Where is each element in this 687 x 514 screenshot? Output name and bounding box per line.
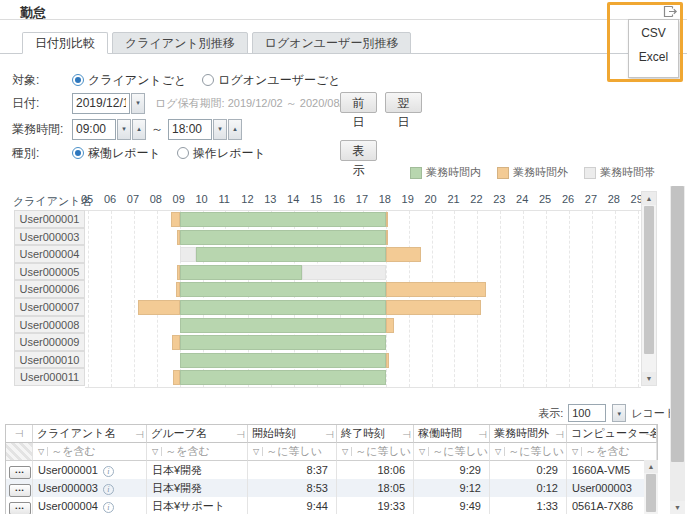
- column-header-4[interactable]: 終了時刻⊣: [337, 425, 414, 443]
- gantt-hour-label: 27: [585, 193, 597, 205]
- table-cell: User000001i: [33, 461, 147, 479]
- filter-icon: ▽: [569, 447, 582, 456]
- column-filter-1[interactable]: ▽～を含む: [33, 443, 147, 461]
- filter-icon: ▽: [250, 447, 263, 456]
- hours-to-input[interactable]: [168, 119, 212, 140]
- export-excel-option[interactable]: Excel: [629, 44, 678, 68]
- pin-icon: ⊣: [402, 426, 411, 443]
- cell-value: 1:33: [537, 500, 558, 512]
- table-cell: 日本¥開発: [147, 461, 248, 479]
- row-menu-button[interactable]: •••: [9, 502, 31, 514]
- column-filter-2[interactable]: ▽～を含む: [147, 443, 248, 461]
- column-header-7[interactable]: コンピューター名⊣: [567, 425, 657, 443]
- gantt-bar-out: [386, 353, 389, 368]
- radio-action-report[interactable]: [177, 147, 189, 159]
- prev-day-button[interactable]: 前日: [340, 92, 377, 113]
- info-icon[interactable]: i: [103, 466, 114, 477]
- column-header-label: 終了時刻: [341, 427, 385, 439]
- gantt-scrollbar-thumb[interactable]: [644, 206, 654, 354]
- row-menu-cell: •••: [6, 461, 33, 479]
- cell-value: 日本¥開発: [152, 482, 202, 494]
- gantt-corner-header: クライアント名: [13, 194, 92, 209]
- column-header-6[interactable]: 業務時間外⊣: [490, 425, 567, 443]
- date-input[interactable]: [72, 93, 130, 114]
- gantt-gridline: [546, 211, 547, 387]
- show-button[interactable]: 表示: [340, 140, 377, 161]
- hours-to-down-button[interactable]: ▾: [213, 119, 227, 140]
- tab-client-trend[interactable]: クライアント別推移: [112, 32, 248, 54]
- gantt-gridline: [409, 211, 410, 387]
- next-day-button[interactable]: 翌日: [385, 92, 422, 113]
- gantt-scrollbar[interactable]: ▲ ▼: [641, 191, 657, 386]
- legend-swatch-out: [497, 167, 509, 179]
- column-header-5[interactable]: 稼働時間⊣: [414, 425, 490, 443]
- radio-by-logon-user[interactable]: [202, 74, 214, 86]
- pin-icon: ⊣: [645, 426, 654, 443]
- gantt-hour-label: 20: [425, 193, 437, 205]
- gantt-scroll-up-button[interactable]: ▲: [642, 192, 656, 205]
- column-header-row-menu[interactable]: ⊣: [6, 425, 33, 443]
- date-dropdown-button[interactable]: ▾: [131, 93, 145, 114]
- business-hours-row: 業務時間: ▾ ▴ ～ ▾ ▴: [12, 118, 242, 140]
- gantt-bar-band: [302, 265, 386, 280]
- gantt-bar-out: [386, 300, 481, 315]
- gantt-scroll-down-button[interactable]: ▼: [642, 372, 656, 385]
- page-scrollbar[interactable]: ▼: [670, 186, 685, 514]
- export-menu: CSV Excel: [628, 19, 679, 78]
- gantt-bar-out: [138, 300, 180, 315]
- hours-from-up-button[interactable]: ▴: [132, 119, 146, 140]
- filter-icon: ▽: [35, 447, 48, 456]
- page-scroll-down-button[interactable]: ▼: [670, 501, 685, 514]
- column-filter-3[interactable]: ▽～に等しい: [248, 443, 337, 461]
- table-cell: 8:37: [248, 461, 337, 479]
- table-scrollbar[interactable]: ▲: [644, 460, 658, 514]
- tab-date-comparison[interactable]: 日付別比較: [22, 32, 108, 54]
- gantt-bar-in: [180, 230, 386, 245]
- column-header-1[interactable]: クライアント名⊣: [33, 425, 147, 443]
- column-header-label: グループ名: [151, 427, 207, 439]
- column-filter-4[interactable]: ▽～に等しい: [337, 443, 414, 461]
- column-filter-7[interactable]: ▽～を含む: [567, 443, 657, 461]
- radio-by-logon-user-label: ログオンユーザーごと: [218, 72, 340, 89]
- gantt-hour-label: 23: [493, 193, 505, 205]
- info-icon[interactable]: i: [103, 484, 114, 495]
- radio-by-client[interactable]: [72, 74, 84, 86]
- tab-logon-user-trend[interactable]: ログオンユーザー別推移: [252, 32, 412, 54]
- column-filter-6[interactable]: ▽～に等しい: [490, 443, 567, 461]
- gantt-hour-label: 06: [104, 193, 116, 205]
- gantt-row-label: User000005: [14, 263, 85, 281]
- row-menu-button[interactable]: •••: [9, 484, 31, 497]
- table-scrollbar-thumb[interactable]: [646, 474, 656, 512]
- gantt-bar-in: [196, 247, 385, 262]
- gantt-gridline: [157, 211, 158, 387]
- gantt-bar-out: [386, 212, 388, 227]
- cell-value: 18:06: [377, 464, 405, 476]
- gantt-hour-label: 28: [608, 193, 620, 205]
- hours-from-input[interactable]: [72, 119, 116, 140]
- records-count-input[interactable]: [568, 404, 606, 422]
- hours-to-up-button[interactable]: ▴: [228, 119, 242, 140]
- legend-label-out: 業務時間外: [513, 165, 568, 180]
- date-row: 日付: ▾ ログ保有期間: 2019/12/02 ～ 2020/08/05: [12, 92, 355, 114]
- hours-from-down-button[interactable]: ▾: [117, 119, 131, 140]
- gantt-labels: User000001User000003User000004User000005…: [14, 210, 85, 386]
- page-scrollbar-thumb[interactable]: [671, 186, 684, 462]
- gantt-bar-in: [180, 265, 302, 280]
- row-menu-button[interactable]: •••: [9, 466, 31, 479]
- gantt-gridline: [88, 211, 89, 387]
- records-count-dropdown-button[interactable]: ▾: [612, 404, 626, 422]
- radio-operation-report[interactable]: [72, 147, 84, 159]
- export-csv-option[interactable]: CSV: [629, 20, 678, 44]
- table-scroll-up-button[interactable]: ▲: [644, 460, 658, 473]
- gantt-row-label: User000004: [14, 245, 85, 263]
- column-header-2[interactable]: グループ名⊣: [147, 425, 248, 443]
- legend-label-in: 業務時間内: [426, 165, 481, 180]
- pin-icon: ⊣: [325, 426, 334, 443]
- column-header-3[interactable]: 開始時刻⊣: [248, 425, 337, 443]
- filter-icon: ▽: [149, 447, 162, 456]
- column-header-label: 開始時刻: [252, 427, 296, 439]
- gantt-bar-out: [172, 335, 180, 350]
- column-filter-5[interactable]: ▽～に等しい: [414, 443, 490, 461]
- gantt-hour-label: 19: [402, 193, 414, 205]
- info-icon[interactable]: i: [103, 502, 114, 513]
